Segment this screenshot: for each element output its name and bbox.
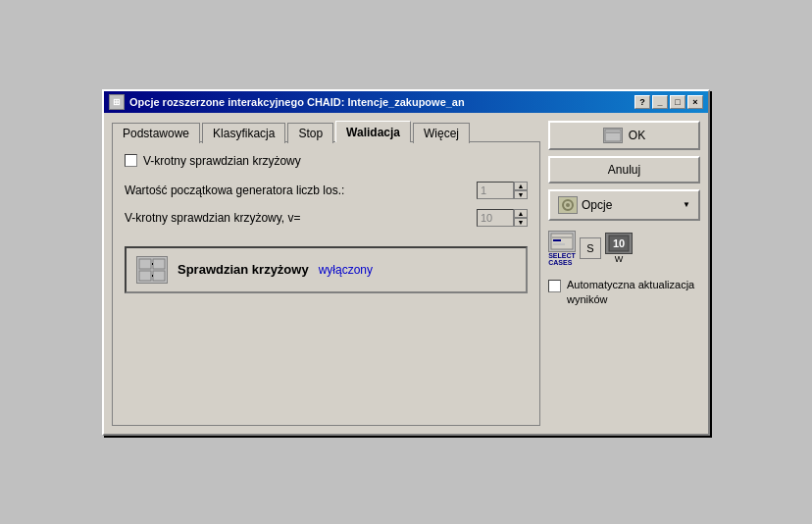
s-button[interactable]: S [580, 237, 601, 259]
opcje-button[interactable]: Opcje ▼ [548, 189, 700, 221]
field2-input-group: ▲ ▼ [477, 209, 528, 227]
opcje-icon [558, 196, 578, 214]
sprawdzian-label: Sprawdzian krzyżowy [178, 262, 309, 277]
help-button[interactable]: ? [634, 95, 650, 109]
s-label: S [586, 242, 593, 254]
auto-update-checkbox[interactable] [548, 280, 561, 292]
tab-content: V-krotny sprawdzian krzyżowy Wartość poc… [112, 141, 540, 426]
svg-rect-14 [553, 239, 561, 241]
window-icon: ⊞ [109, 94, 125, 110]
tab-bar: Podstawowe Klasyfikacja Stop Walidacja W… [112, 121, 540, 142]
minimize-button[interactable]: _ [652, 95, 668, 109]
field2-spinner: ▲ ▼ [514, 209, 528, 227]
field2-spin-up[interactable]: ▲ [514, 209, 528, 218]
field2-spin-down[interactable]: ▼ [514, 218, 528, 227]
title-bar-left: ⊞ Opcje rozszerzone interakcyjnego CHAID… [109, 94, 465, 110]
title-buttons: ? _ □ × [634, 95, 703, 109]
field2-label: V-krotny sprawdzian krzyżowy, v= [125, 211, 477, 225]
anuluj-button[interactable]: Anuluj [548, 156, 700, 183]
svg-text:10: 10 [613, 237, 625, 249]
ok-icon [603, 128, 623, 143]
field1-spin-down[interactable]: ▼ [514, 190, 528, 199]
svg-rect-2 [139, 271, 151, 281]
left-panel: Podstawowe Klasyfikacja Stop Walidacja W… [112, 121, 540, 426]
field1-spin-up[interactable]: ▲ [514, 182, 528, 190]
vkrotny-checkbox-row: V-krotny sprawdzian krzyżowy [125, 154, 528, 168]
maximize-button[interactable]: □ [670, 95, 685, 109]
field1-spinner: ▲ ▼ [514, 182, 528, 199]
window-body: Podstawowe Klasyfikacja Stop Walidacja W… [104, 113, 708, 434]
svg-rect-0 [139, 259, 151, 269]
field2-row: V-krotny sprawdzian krzyżowy, v= ▲ ▼ [125, 209, 528, 227]
sprawdzian-icon [136, 256, 168, 284]
field2-input[interactable] [477, 209, 514, 227]
auto-update-row: Automatyczna aktualizacja wyników [548, 278, 700, 308]
tab-klasyfikacja[interactable]: Klasyfikacja [202, 123, 285, 143]
svg-rect-1 [153, 259, 165, 269]
close-button[interactable]: × [687, 95, 703, 109]
svg-rect-15 [553, 243, 565, 245]
select-cases-button[interactable]: SELECT CASES [548, 231, 576, 266]
select-cases-row: SELECT CASES S 10 W [548, 231, 700, 266]
title-bar: ⊞ Opcje rozszerzone interakcyjnego CHAID… [104, 91, 708, 113]
select-cases-label: SELECT CASES [548, 252, 576, 266]
opcje-inner: Opcje [558, 196, 612, 214]
w-label: W [615, 254, 624, 264]
field1-label: Wartość początkowa generatora liczb los.… [125, 183, 477, 197]
opcje-label: Opcje [582, 198, 612, 212]
field1-input-group: ▲ ▼ [477, 182, 528, 199]
ok-label: OK [629, 129, 645, 142]
auto-update-label: Automatyczna aktualizacja wyników [567, 278, 700, 308]
select-cases-icon [548, 231, 576, 252]
field1-input[interactable] [477, 182, 514, 199]
window-title: Opcje rozszerzone interakcyjnego CHAID: … [129, 96, 465, 108]
dropdown-arrow-icon: ▼ [683, 200, 690, 209]
sprawdzian-status: wyłączony [319, 263, 373, 277]
svg-point-11 [566, 203, 570, 207]
field1-row: Wartość początkowa generatora liczb los.… [125, 182, 528, 199]
right-panel: OK Anuluj Opcje ▼ [548, 121, 700, 426]
svg-rect-3 [153, 271, 165, 281]
vkrotny-label: V-krotny sprawdzian krzyżowy [143, 154, 301, 168]
anuluj-label: Anuluj [608, 163, 640, 177]
ok-button[interactable]: OK [548, 121, 700, 150]
w-icon[interactable]: 10 [605, 233, 633, 254]
main-window: ⊞ Opcje rozszerzone interakcyjnego CHAID… [102, 89, 710, 436]
w-button-group: 10 W [605, 233, 633, 264]
vkrotny-checkbox[interactable] [125, 154, 137, 167]
sprawdzian-box: Sprawdzian krzyżowy wyłączony [125, 246, 528, 293]
tab-walidacja[interactable]: Walidacja [335, 121, 411, 142]
tab-wiecej[interactable]: Więcej [413, 123, 470, 143]
tab-stop[interactable]: Stop [287, 123, 333, 143]
tab-podstawowe[interactable]: Podstawowe [112, 123, 200, 143]
